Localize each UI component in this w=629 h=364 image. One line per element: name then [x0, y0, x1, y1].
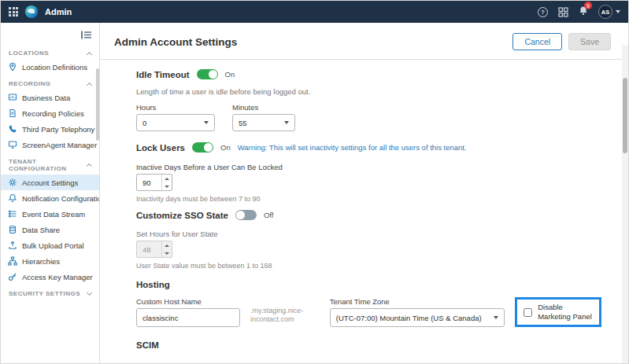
bell-icon — [8, 193, 17, 203]
main-panel: Admin Account Settings Cancel Save Idle … — [100, 23, 628, 364]
disable-marketing-panel-highlight: Disable Marketing Panel — [515, 297, 601, 327]
sidebar-scrollbar[interactable] — [96, 68, 99, 141]
business-data-icon — [8, 93, 17, 102]
save-button[interactable]: Save — [568, 33, 611, 50]
sidebar: LOCATIONS Location Definitions RECORDING… — [1, 23, 100, 364]
tenant-time-zone-select[interactable]: (UTC-07:00) Mountain Time (US & Canada) — [330, 308, 505, 327]
sidebar-section-tenant-configuration[interactable]: TENANT CONFIGURATION — [1, 153, 99, 175]
set-hours-stepper: 48 — [136, 241, 172, 258]
custom-host-name-label: Custom Host Name — [136, 297, 240, 306]
tenant-time-zone-label: Tenant Time Zone — [330, 297, 505, 306]
location-pin-icon — [8, 62, 17, 72]
customize-sso-state: Off — [264, 211, 274, 219]
disable-marketing-panel-checkbox[interactable] — [524, 308, 532, 317]
lock-users-warning: Warning: This will set inactivity settin… — [238, 143, 467, 152]
stream-icon — [8, 209, 17, 219]
custom-host-name-input[interactable] — [136, 308, 240, 327]
apps-grid-icon[interactable] — [558, 7, 568, 17]
topbar: Admin ? 9 AS — [1, 1, 628, 23]
idle-timeout-toggle[interactable] — [197, 69, 218, 79]
sidebar-item-data-share[interactable]: Data Share — [1, 222, 99, 237]
stepper-down-icon[interactable] — [162, 182, 172, 190]
chevron-down-icon — [494, 316, 498, 319]
chevron-down-icon — [87, 290, 92, 296]
hours-select[interactable]: 0 — [136, 114, 215, 131]
sidebar-section-security-settings[interactable]: SECURITY SETTINGS — [1, 285, 99, 300]
key-icon — [8, 272, 17, 281]
phone-icon — [8, 124, 17, 134]
app-title: Admin — [45, 7, 72, 17]
inactive-days-label: Inactive Days Before a User Can Be Locke… — [136, 163, 601, 171]
monitor-icon — [8, 140, 17, 149]
sidebar-section-recording[interactable]: RECORDING — [1, 75, 99, 90]
app-launcher-icon[interactable] — [9, 7, 18, 17]
idle-timeout-label: Idle Timeout — [136, 70, 190, 79]
chevron-up-icon — [87, 51, 92, 57]
page-scrollbar[interactable] — [622, 45, 628, 364]
lock-users-label: Lock Users — [136, 143, 185, 153]
sidebar-item-third-party-telephony[interactable]: Third Party Telephony — [1, 121, 99, 137]
minutes-label: Minutes — [232, 103, 295, 112]
gear-icon — [8, 178, 17, 187]
minutes-select[interactable]: 55 — [232, 114, 295, 131]
sidebar-item-recording-policies[interactable]: Recording Policies — [1, 105, 99, 121]
chevron-down-icon — [616, 10, 620, 13]
upload-icon — [8, 241, 17, 250]
sidebar-item-hierarchies[interactable]: Hierarchies — [1, 253, 99, 269]
inactive-days-stepper[interactable]: 90 — [136, 174, 172, 191]
chevron-up-icon — [87, 82, 92, 87]
sidebar-item-account-settings[interactable]: Account Settings — [1, 175, 99, 190]
set-hours-label: Set Hours for User State — [136, 230, 601, 238]
notifications-bell-icon[interactable]: 9 — [579, 5, 588, 19]
disable-marketing-panel-label: Disable Marketing Panel — [538, 303, 593, 322]
lock-users-state: On — [220, 143, 231, 152]
hours-label: Hours — [136, 103, 215, 112]
sidebar-item-business-data[interactable]: Business Data — [1, 90, 99, 105]
scim-heading: SCIM — [136, 340, 601, 350]
hierarchy-icon — [8, 256, 17, 266]
set-hours-hint: User State value must be between 1 to 16… — [136, 262, 601, 270]
hosting-heading: Hosting — [136, 280, 601, 289]
collapse-sidebar-icon[interactable] — [81, 28, 91, 42]
stepper-up-icon[interactable] — [162, 175, 172, 182]
sidebar-section-locations[interactable]: LOCATIONS — [1, 44, 99, 59]
sidebar-item-event-data-stream[interactable]: Event Data Stream — [1, 206, 99, 222]
notification-count-badge: 9 — [584, 2, 592, 9]
admin-app-window: Admin ? 9 AS LOCATIONS — [0, 0, 629, 364]
page-title: Admin Account Settings — [114, 36, 237, 48]
stepper-down-icon — [162, 249, 172, 257]
customize-sso-label: Customize SSO State — [136, 211, 228, 220]
user-menu[interactable]: AS — [598, 5, 620, 19]
sidebar-item-access-key-manager[interactable]: Access Key Manager — [1, 269, 99, 285]
sidebar-item-bulk-upload-portal[interactable]: Bulk Upload Portal — [1, 237, 99, 253]
brand-logo-icon — [25, 6, 38, 18]
avatar: AS — [598, 5, 612, 19]
lock-users-toggle[interactable] — [192, 142, 213, 153]
sidebar-item-screenagent-manager[interactable]: ScreenAgent Manager — [1, 137, 99, 153]
sidebar-item-notification-configuration[interactable]: Notification Configuration — [1, 190, 99, 206]
chevron-down-icon — [204, 121, 209, 124]
help-icon[interactable]: ? — [538, 7, 548, 17]
sidebar-item-location-definitions[interactable]: Location Definitions — [1, 59, 99, 75]
chevron-down-icon — [284, 121, 289, 124]
idle-timeout-state: On — [225, 70, 235, 79]
chevron-up-icon — [87, 164, 92, 169]
stepper-up-icon — [162, 241, 172, 249]
cancel-button[interactable]: Cancel — [512, 33, 562, 50]
database-icon — [8, 225, 17, 234]
inactive-days-hint: Inactivity days must be between 7 to 90 — [136, 195, 601, 203]
page-scrollbar-thumb[interactable] — [623, 78, 627, 153]
host-suffix-text: .my.staging.nice-incontact.com — [250, 307, 320, 325]
customize-sso-toggle[interactable] — [235, 210, 257, 220]
document-icon — [8, 108, 17, 118]
idle-timeout-description: Length of time a user is idle before bei… — [136, 87, 601, 96]
